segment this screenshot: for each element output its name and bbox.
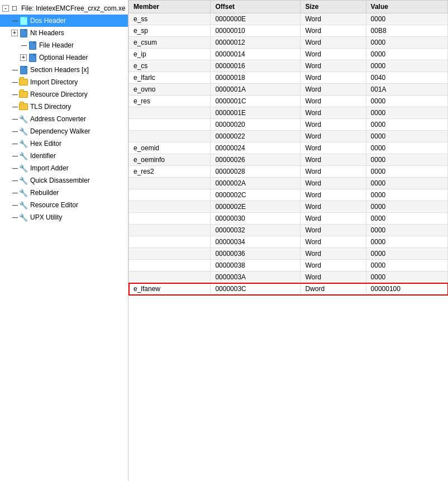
tree-item-dos-header[interactable]: —Dos Header (0, 15, 128, 27)
tree-connector: — (20, 42, 28, 49)
table-row[interactable]: 00000032Word0000 (129, 225, 448, 236)
table-row[interactable]: e_oemid00000024Word0000 (129, 142, 448, 154)
cell-size: Word (301, 248, 366, 260)
cell-size: Word (301, 272, 366, 283)
cell-member (129, 131, 211, 142)
cell-member: e_oemid (129, 142, 211, 154)
tree-item-label: Resource Editor (30, 200, 78, 210)
table-row[interactable]: 00000022Word0000 (129, 131, 448, 142)
collapse-icon[interactable]: - (2, 5, 9, 12)
tool-icon: 🔧 (19, 213, 28, 222)
cell-size: Word (301, 25, 366, 37)
table-row[interactable]: 0000002AWord0000 (129, 178, 448, 189)
cell-value: 0000 (366, 107, 447, 119)
tree-connector: — (11, 67, 19, 73)
cell-offset: 00000018 (211, 72, 301, 84)
table-row[interactable]: e_oeminfo00000026Word0000 (129, 154, 448, 166)
expand-icon[interactable]: + (11, 30, 18, 36)
tree-item-optional-header[interactable]: +Optional Header (0, 51, 128, 64)
cell-size: Word (301, 96, 366, 107)
table-row[interactable]: e_sp00000010Word00B8 (129, 25, 448, 37)
tree-item-label: Nt Headers (30, 28, 64, 38)
cell-offset: 00000028 (211, 166, 301, 178)
tree-item-address-converter[interactable]: —🔧Address Converter (0, 113, 128, 125)
tree-item-dependency-walker[interactable]: —🔧Dependency Walker (0, 125, 128, 137)
box-icon: ☐ (10, 4, 19, 13)
col-header-value: Value (366, 1, 447, 13)
blue-page-icon (19, 16, 28, 25)
tree-item-label: Address Converter (30, 114, 86, 124)
tool-icon: 🔧 (19, 139, 28, 148)
expand-icon[interactable]: + (20, 54, 27, 61)
cell-offset: 00000014 (211, 49, 301, 60)
table-row[interactable]: 00000020Word0000 (129, 119, 448, 131)
cell-value: 0000 (366, 60, 447, 72)
cell-value: 0000 (366, 49, 447, 60)
table-row[interactable]: 00000034Word0000 (129, 236, 448, 248)
cell-size: Word (301, 119, 366, 131)
cell-offset: 0000000E (211, 13, 301, 25)
cell-value: 001A (366, 84, 447, 96)
cell-member (129, 248, 211, 260)
table-row[interactable]: e_cs00000016Word0000 (129, 60, 448, 72)
cell-member: e_sp (129, 25, 211, 37)
blue-page-icon (28, 41, 37, 50)
table-row[interactable]: e_lfanew0000003CDword00000100 (129, 283, 448, 295)
table-row[interactable]: 0000002CWord0000 (129, 189, 448, 201)
cell-member: e_csum (129, 37, 211, 49)
tree-item-identifier[interactable]: —🔧Identifier (0, 150, 128, 162)
tool-icon: 🔧 (19, 176, 28, 185)
cell-offset: 0000003C (211, 283, 301, 295)
cell-size: Word (301, 142, 366, 154)
tree-item-label: File: InletexEMCFree_crxz_com.xe (21, 3, 126, 13)
table-row[interactable]: e_csum00000012Word0000 (129, 37, 448, 49)
cell-value: 0000 (366, 131, 447, 142)
table-row[interactable]: 0000003AWord0000 (129, 272, 448, 283)
table-row[interactable]: 0000001EWord0000 (129, 107, 448, 119)
table-row[interactable]: 00000036Word0000 (129, 248, 448, 260)
tree-item-upx-utility[interactable]: —🔧UPX Utility (0, 211, 128, 223)
table-row[interactable]: 0000002EWord0000 (129, 201, 448, 213)
tree-item-section-headers[interactable]: —Section Headers [x] (0, 64, 128, 76)
cell-size: Word (301, 225, 366, 236)
table-panel: MemberOffsetSizeValue e_ss0000000EWord00… (128, 0, 448, 481)
table-row[interactable]: e_ovno0000001AWord001A (129, 84, 448, 96)
cell-offset: 00000010 (211, 25, 301, 37)
cell-size: Word (301, 84, 366, 96)
table-row[interactable]: e_ss0000000EWord0000 (129, 13, 448, 25)
cell-member: e_oeminfo (129, 154, 211, 166)
tree-item-file-header[interactable]: —File Header (0, 39, 128, 51)
tree-item-resource-editor[interactable]: —🔧Resource Editor (0, 199, 128, 211)
tree-item-label: Rebuilder (30, 188, 59, 198)
tree-item-rebuilder[interactable]: —🔧Rebuilder (0, 187, 128, 199)
cell-size: Word (301, 166, 366, 178)
tree-item-resource-directory[interactable]: —Resource Directory (0, 88, 128, 101)
cell-member (129, 272, 211, 283)
tree-item-import-adder[interactable]: —🔧Import Adder (0, 162, 128, 174)
tree-item-hex-editor[interactable]: —🔧Hex Editor (0, 137, 128, 150)
cell-size: Word (301, 178, 366, 189)
data-table: MemberOffsetSizeValue e_ss0000000EWord00… (128, 0, 448, 295)
table-row[interactable]: e_ip00000014Word0000 (129, 49, 448, 60)
cell-member: e_res (129, 96, 211, 107)
tree-item-nt-headers[interactable]: +Nt Headers (0, 27, 128, 39)
cell-offset: 00000022 (211, 131, 301, 142)
cell-member: e_res2 (129, 166, 211, 178)
table-row[interactable]: 00000038Word0000 (129, 260, 448, 272)
tree-item-quick-disassembler[interactable]: —🔧Quick Disassembler (0, 174, 128, 187)
table-row[interactable]: e_res200000028Word0000 (129, 166, 448, 178)
col-header-size: Size (301, 1, 366, 13)
cell-value: 0000 (366, 272, 447, 283)
cell-member (129, 236, 211, 248)
table-row[interactable]: e_res0000001CWord0000 (129, 96, 448, 107)
table-row[interactable]: e_lfarlc00000018Word0040 (129, 72, 448, 84)
tool-icon: 🔧 (19, 151, 28, 160)
cell-member (129, 213, 211, 225)
tree-item-tls-directory[interactable]: —TLS Directory (0, 101, 128, 113)
tree-item-label: Dos Header (30, 16, 66, 26)
tree-item-file[interactable]: -☐File: InletexEMCFree_crxz_com.xe (0, 2, 128, 15)
tree-connector: — (11, 190, 19, 196)
table-row[interactable]: 00000030Word0000 (129, 213, 448, 225)
cell-size: Word (301, 72, 366, 84)
tree-item-import-directory[interactable]: —Import Directory (0, 76, 128, 88)
